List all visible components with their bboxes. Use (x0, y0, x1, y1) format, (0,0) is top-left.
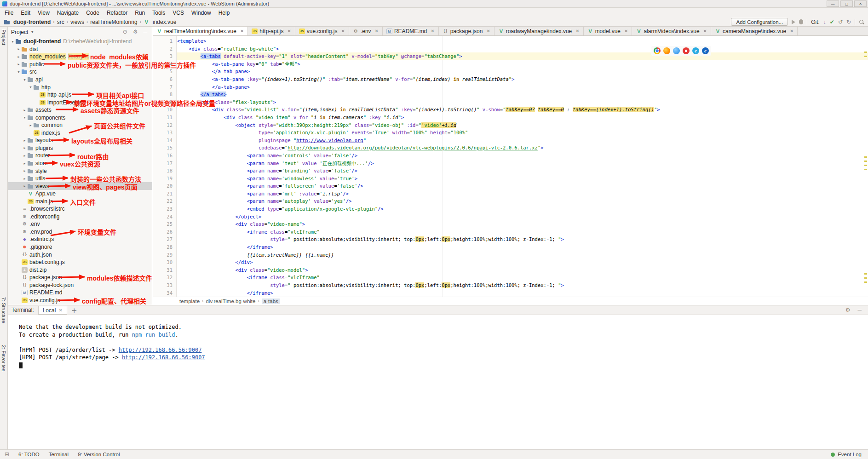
menu-edit[interactable]: Edit (17, 9, 34, 17)
tree-item-dist[interactable]: ▸dist (8, 46, 152, 53)
tree-item-utils[interactable]: ▸utils (8, 175, 152, 183)
chevron-down-icon[interactable]: ▾ (28, 85, 34, 89)
menu-view[interactable]: View (34, 9, 53, 17)
tree-item-components[interactable]: ▾components (8, 114, 152, 121)
project-panel-title[interactable]: Project (11, 29, 28, 35)
close-tab-icon[interactable]: ✕ (624, 29, 628, 34)
debug-icon[interactable] (799, 19, 803, 24)
tree-item-api[interactable]: ▾api (8, 76, 152, 84)
tree-item-babel.config.js[interactable]: JSbabel.config.js (8, 258, 152, 266)
close-tab-icon[interactable]: ✕ (375, 29, 379, 34)
new-terminal-icon[interactable]: ＋ (71, 306, 77, 315)
event-log-button[interactable]: Event Log (838, 452, 862, 457)
chevron-right-icon[interactable]: ▸ (28, 123, 34, 127)
menu-run[interactable]: Run (131, 9, 149, 17)
search-everywhere-icon[interactable] (859, 19, 864, 25)
tree-item-.browserslistrc[interactable]: ≡.browserslistrc (8, 205, 152, 213)
git-update-icon[interactable]: ↓ (823, 19, 826, 25)
edge-icon[interactable] (702, 47, 709, 54)
minimize-button[interactable]: — (827, 0, 839, 7)
tree-item-dist.zip[interactable]: Zdist.zip (8, 266, 152, 274)
tree-item-duoji-frontend[interactable]: ▾duoji-frontend D:\zheheWeb\duoji-fronte… (8, 38, 152, 46)
tree-item-vue.config.js[interactable]: JSvue.config.js (8, 297, 152, 304)
breadcrumb-src[interactable]: src (57, 19, 65, 25)
terminal-tab-local[interactable]: Local ✕ (38, 306, 67, 315)
chevron-right-icon[interactable]: ▸ (22, 169, 28, 173)
chevron-right-icon[interactable]: ▸ (22, 146, 28, 150)
tree-item-node_modules[interactable]: ▸node_modules library ro (8, 53, 152, 61)
chevron-right-icon[interactable]: ▸ (22, 184, 28, 188)
status-6-todo[interactable]: 6: TODO (18, 452, 40, 457)
chevron-right-icon[interactable]: ▸ (22, 154, 28, 158)
tree-item-package.json[interactable]: {}package.json (8, 274, 152, 281)
menu-navigate[interactable]: Navigate (53, 9, 82, 17)
close-tab-icon[interactable]: ✕ (287, 29, 291, 34)
close-tab-icon[interactable]: ✕ (240, 29, 244, 34)
close-tab-icon[interactable]: ✕ (341, 29, 345, 34)
tree-item-importExcel.js[interactable]: JSimportExcel.js (8, 98, 152, 106)
tree-item-public[interactable]: ▸public (8, 61, 152, 69)
chevron-down-icon[interactable]: ▾ (22, 115, 28, 120)
tree-item-views[interactable]: ▸views (8, 182, 152, 190)
editor-tab-http-api.js[interactable]: JShttp-api.js✕ (248, 27, 295, 35)
toolwindow-structure-button[interactable]: 7: Structure (1, 297, 6, 323)
editor-tab-roadwayManage\index.vue[interactable]: VroadwayManage\index.vue✕ (494, 27, 584, 35)
tree-item-.editorconfig[interactable]: ⚙.editorconfig (8, 213, 152, 221)
breadcrumb-duoji-frontend[interactable]: duoji-frontend (4, 19, 51, 25)
tree-item-.gitignore[interactable]: ●.gitignore (8, 243, 152, 251)
run-icon[interactable] (792, 20, 795, 24)
status-9-version-control[interactable]: 9: Version Control (78, 452, 120, 457)
chevron-right-icon[interactable]: ▸ (16, 47, 22, 51)
chevron-down-icon[interactable]: ▾ (10, 40, 16, 44)
chevron-right-icon[interactable]: ▸ (16, 62, 22, 66)
editor-tab-README.md[interactable]: MREADME.md✕ (383, 27, 439, 35)
editor-tab-package.json[interactable]: {}package.json✕ (439, 27, 494, 35)
gear-icon[interactable]: ⚙ (133, 29, 138, 34)
hide-panel-icon[interactable]: ─ (143, 29, 147, 34)
chevron-right-icon[interactable]: ▸ (22, 161, 28, 166)
close-tab-icon[interactable]: ✕ (703, 29, 707, 34)
breadcrumb-index.vue[interactable]: Vindex.vue (143, 19, 177, 25)
tree-item-style[interactable]: ▸style (8, 167, 152, 175)
toolwindow-project-button[interactable]: Project (1, 29, 6, 45)
tree-item-router[interactable]: ▸router (8, 152, 152, 160)
tree-item-package-lock.json[interactable]: {}package-lock.json (8, 281, 152, 289)
chevron-right-icon[interactable]: ▸ (22, 138, 28, 143)
tree-item-.eslintrc.js[interactable]: ◆.eslintrc.js (8, 235, 152, 243)
safari-icon[interactable] (673, 47, 680, 54)
close-icon[interactable]: ✕ (58, 308, 62, 313)
status-terminal[interactable]: Terminal (49, 452, 69, 457)
menu-help[interactable]: Help (215, 9, 234, 17)
locate-file-icon[interactable]: ⊙ (123, 29, 127, 34)
editor-tab-realTimeMonitoring\index.vue[interactable]: VrealTimeMonitoring\index.vue✕ (153, 27, 248, 35)
close-tab-icon[interactable]: ✕ (575, 29, 579, 34)
chevron-right-icon[interactable]: ▸ (16, 55, 22, 59)
minimize-panel-icon[interactable]: ─ (857, 307, 862, 313)
editor-tab-vue.config.js[interactable]: JSvue.config.js✕ (295, 27, 349, 35)
menu-refactor[interactable]: Refactor (103, 9, 131, 17)
tree-item-plugins[interactable]: ▸plugins (8, 144, 152, 152)
maximize-button[interactable]: ▢ (840, 0, 853, 7)
git-commit-icon[interactable]: ✔ (830, 19, 834, 25)
tree-item-.env[interactable]: ⚙.env (8, 220, 152, 228)
close-tab-icon[interactable]: ✕ (790, 29, 793, 34)
git-history-icon[interactable]: ↻ (846, 19, 851, 25)
tree-item-http-api.js[interactable]: JShttp-api.js (8, 91, 152, 99)
tree-item-auth.json[interactable]: {}auth.json (8, 251, 152, 258)
editor-code-area[interactable]: <template> <div class="realTime bg-white… (177, 36, 868, 297)
firefox-icon[interactable] (663, 47, 670, 54)
tree-item-store[interactable]: ▸store (8, 160, 152, 167)
editor-breadcrumb-template[interactable]: template (179, 298, 200, 304)
menu-file[interactable]: File (1, 9, 17, 17)
gear-icon[interactable]: ⚙ (845, 307, 851, 313)
chevron-right-icon[interactable]: ▸ (22, 108, 28, 112)
editor-breadcrumb-a-tabs[interactable]: a-tabs (262, 298, 280, 304)
close-tab-icon[interactable]: ✕ (486, 29, 490, 34)
chevron-down-icon[interactable]: ▾ (22, 78, 28, 82)
tree-item-src[interactable]: ▾src (8, 68, 152, 76)
opera-icon[interactable] (683, 47, 690, 54)
chevron-right-icon[interactable]: ▸ (22, 177, 28, 181)
editor-tab-model.vue[interactable]: Vmodel.vue✕ (584, 27, 632, 35)
menu-tools[interactable]: Tools (149, 9, 169, 17)
terminal-output[interactable]: Note that the development build is not o… (8, 315, 868, 449)
